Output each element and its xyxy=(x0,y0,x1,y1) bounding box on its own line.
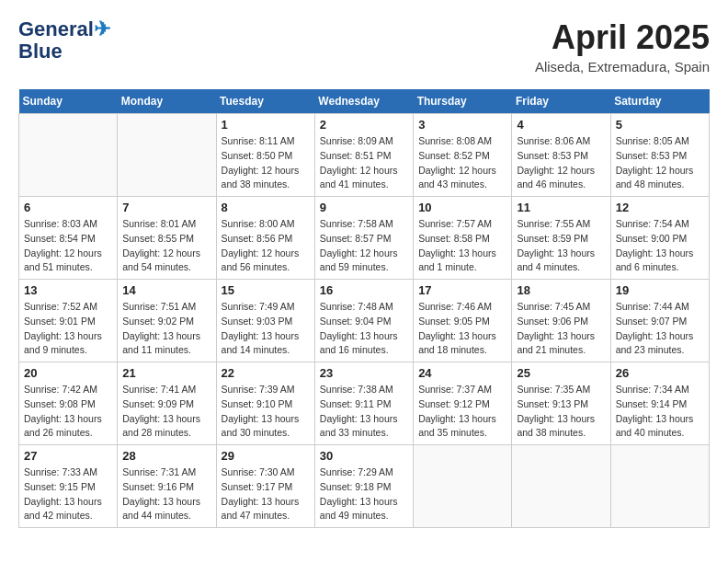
day-cell: 26Sunrise: 7:34 AMSunset: 9:14 PMDayligh… xyxy=(610,362,709,445)
day-cell: 18Sunrise: 7:45 AMSunset: 9:06 PMDayligh… xyxy=(512,280,610,362)
day-number: 7 xyxy=(122,201,210,214)
day-info: Sunrise: 7:44 AMSunset: 9:07 PMDaylight:… xyxy=(616,300,704,358)
day-cell: 14Sunrise: 7:51 AMSunset: 9:02 PMDayligh… xyxy=(118,280,216,362)
weekday-header-sunday: Sunday xyxy=(19,89,118,114)
day-info: Sunrise: 8:01 AMSunset: 8:55 PMDaylight:… xyxy=(122,217,210,275)
day-info: Sunrise: 8:08 AMSunset: 8:52 PMDaylight:… xyxy=(418,134,506,192)
weekday-header-tuesday: Tuesday xyxy=(216,89,314,114)
day-info: Sunrise: 7:51 AMSunset: 9:02 PMDaylight:… xyxy=(122,300,210,358)
day-info: Sunrise: 7:41 AMSunset: 9:09 PMDaylight:… xyxy=(122,383,210,441)
weekday-header-saturday: Saturday xyxy=(610,89,709,114)
day-cell: 9Sunrise: 7:58 AMSunset: 8:57 PMDaylight… xyxy=(314,197,413,280)
weekday-header-row: SundayMondayTuesdayWednesdayThursdayFrid… xyxy=(19,89,710,114)
day-cell xyxy=(118,114,216,197)
day-info: Sunrise: 7:57 AMSunset: 8:58 PMDaylight:… xyxy=(418,217,506,275)
day-cell: 6Sunrise: 8:03 AMSunset: 8:54 PMDaylight… xyxy=(19,197,118,280)
day-number: 25 xyxy=(517,366,605,380)
day-cell: 16Sunrise: 7:48 AMSunset: 9:04 PMDayligh… xyxy=(314,280,413,362)
day-cell: 22Sunrise: 7:39 AMSunset: 9:10 PMDayligh… xyxy=(216,362,314,445)
day-info: Sunrise: 7:58 AMSunset: 8:57 PMDaylight:… xyxy=(320,217,408,275)
day-info: Sunrise: 7:52 AMSunset: 9:01 PMDaylight:… xyxy=(24,300,112,358)
day-cell: 17Sunrise: 7:46 AMSunset: 9:05 PMDayligh… xyxy=(414,280,512,362)
day-cell xyxy=(414,445,512,528)
day-info: Sunrise: 7:45 AMSunset: 9:06 PMDaylight:… xyxy=(517,300,605,358)
day-number: 20 xyxy=(24,366,112,380)
day-number: 30 xyxy=(320,449,408,463)
day-cell: 27Sunrise: 7:33 AMSunset: 9:15 PMDayligh… xyxy=(19,445,118,528)
week-row-0: 1Sunrise: 8:11 AMSunset: 8:50 PMDaylight… xyxy=(19,114,710,197)
day-number: 27 xyxy=(24,449,112,463)
day-cell: 25Sunrise: 7:35 AMSunset: 9:13 PMDayligh… xyxy=(512,362,610,445)
day-cell: 1Sunrise: 8:11 AMSunset: 8:50 PMDaylight… xyxy=(216,114,314,197)
day-cell: 30Sunrise: 7:29 AMSunset: 9:18 PMDayligh… xyxy=(314,445,413,528)
day-number: 24 xyxy=(418,366,506,380)
day-cell: 21Sunrise: 7:41 AMSunset: 9:09 PMDayligh… xyxy=(118,362,216,445)
weekday-header-wednesday: Wednesday xyxy=(314,89,413,114)
page-header: General✈Blue April 2025 Aliseda, Extrema… xyxy=(18,18,710,75)
day-info: Sunrise: 7:42 AMSunset: 9:08 PMDaylight:… xyxy=(24,383,112,441)
day-info: Sunrise: 7:33 AMSunset: 9:15 PMDaylight:… xyxy=(24,465,112,523)
day-info: Sunrise: 8:05 AMSunset: 8:53 PMDaylight:… xyxy=(616,134,704,192)
day-cell: 8Sunrise: 8:00 AMSunset: 8:56 PMDaylight… xyxy=(216,197,314,280)
week-row-4: 27Sunrise: 7:33 AMSunset: 9:15 PMDayligh… xyxy=(19,445,710,528)
day-cell xyxy=(610,445,709,528)
day-info: Sunrise: 8:06 AMSunset: 8:53 PMDaylight:… xyxy=(517,134,605,192)
day-cell: 12Sunrise: 7:54 AMSunset: 9:00 PMDayligh… xyxy=(610,197,709,280)
day-cell xyxy=(512,445,610,528)
day-number: 14 xyxy=(122,283,210,297)
weekday-header-thursday: Thursday xyxy=(414,89,512,114)
day-number: 16 xyxy=(320,283,408,297)
day-cell xyxy=(19,114,118,197)
day-cell: 10Sunrise: 7:57 AMSunset: 8:58 PMDayligh… xyxy=(414,197,512,280)
day-number: 9 xyxy=(320,201,408,214)
day-number: 28 xyxy=(122,449,210,463)
day-info: Sunrise: 7:37 AMSunset: 9:12 PMDaylight:… xyxy=(418,383,506,441)
day-number: 13 xyxy=(24,283,112,297)
day-cell: 28Sunrise: 7:31 AMSunset: 9:16 PMDayligh… xyxy=(118,445,216,528)
day-number: 23 xyxy=(320,366,408,380)
day-cell: 4Sunrise: 8:06 AMSunset: 8:53 PMDaylight… xyxy=(512,114,610,197)
day-info: Sunrise: 7:38 AMSunset: 9:11 PMDaylight:… xyxy=(320,383,408,441)
day-number: 29 xyxy=(222,449,310,463)
week-row-3: 20Sunrise: 7:42 AMSunset: 9:08 PMDayligh… xyxy=(19,362,710,445)
location: Aliseda, Extremadura, Spain xyxy=(535,59,710,75)
day-info: Sunrise: 8:09 AMSunset: 8:51 PMDaylight:… xyxy=(320,134,408,192)
day-number: 15 xyxy=(222,283,310,297)
day-info: Sunrise: 7:31 AMSunset: 9:16 PMDaylight:… xyxy=(122,465,210,523)
day-cell: 24Sunrise: 7:37 AMSunset: 9:12 PMDayligh… xyxy=(414,362,512,445)
weekday-header-friday: Friday xyxy=(512,89,610,114)
day-info: Sunrise: 8:03 AMSunset: 8:54 PMDaylight:… xyxy=(24,217,112,275)
day-number: 22 xyxy=(222,366,310,380)
day-number: 12 xyxy=(616,201,704,214)
day-info: Sunrise: 7:30 AMSunset: 9:17 PMDaylight:… xyxy=(222,465,310,523)
calendar-table: SundayMondayTuesdayWednesdayThursdayFrid… xyxy=(18,89,710,528)
day-cell: 23Sunrise: 7:38 AMSunset: 9:11 PMDayligh… xyxy=(314,362,413,445)
title-area: April 2025 Aliseda, Extremadura, Spain xyxy=(535,18,710,75)
day-info: Sunrise: 7:35 AMSunset: 9:13 PMDaylight:… xyxy=(517,383,605,441)
day-cell: 19Sunrise: 7:44 AMSunset: 9:07 PMDayligh… xyxy=(610,280,709,362)
day-info: Sunrise: 7:55 AMSunset: 8:59 PMDaylight:… xyxy=(517,217,605,275)
day-number: 21 xyxy=(122,366,210,380)
day-number: 18 xyxy=(517,283,605,297)
day-cell: 11Sunrise: 7:55 AMSunset: 8:59 PMDayligh… xyxy=(512,197,610,280)
day-cell: 29Sunrise: 7:30 AMSunset: 9:17 PMDayligh… xyxy=(216,445,314,528)
day-info: Sunrise: 8:00 AMSunset: 8:56 PMDaylight:… xyxy=(222,217,310,275)
day-cell: 13Sunrise: 7:52 AMSunset: 9:01 PMDayligh… xyxy=(19,280,118,362)
day-cell: 2Sunrise: 8:09 AMSunset: 8:51 PMDaylight… xyxy=(314,114,413,197)
day-info: Sunrise: 7:46 AMSunset: 9:05 PMDaylight:… xyxy=(418,300,506,358)
day-info: Sunrise: 7:29 AMSunset: 9:18 PMDaylight:… xyxy=(320,465,408,523)
day-info: Sunrise: 8:11 AMSunset: 8:50 PMDaylight:… xyxy=(222,134,310,192)
day-info: Sunrise: 7:39 AMSunset: 9:10 PMDaylight:… xyxy=(222,383,310,441)
weekday-header-monday: Monday xyxy=(118,89,216,114)
day-cell: 3Sunrise: 8:08 AMSunset: 8:52 PMDaylight… xyxy=(414,114,512,197)
week-row-1: 6Sunrise: 8:03 AMSunset: 8:54 PMDaylight… xyxy=(19,197,710,280)
day-info: Sunrise: 7:54 AMSunset: 9:00 PMDaylight:… xyxy=(616,217,704,275)
day-number: 10 xyxy=(418,201,506,214)
day-number: 19 xyxy=(616,283,704,297)
day-cell: 5Sunrise: 8:05 AMSunset: 8:53 PMDaylight… xyxy=(610,114,709,197)
month-title: April 2025 xyxy=(535,18,710,57)
day-cell: 20Sunrise: 7:42 AMSunset: 9:08 PMDayligh… xyxy=(19,362,118,445)
day-number: 4 xyxy=(517,118,605,132)
day-number: 3 xyxy=(418,118,506,132)
day-cell: 7Sunrise: 8:01 AMSunset: 8:55 PMDaylight… xyxy=(118,197,216,280)
